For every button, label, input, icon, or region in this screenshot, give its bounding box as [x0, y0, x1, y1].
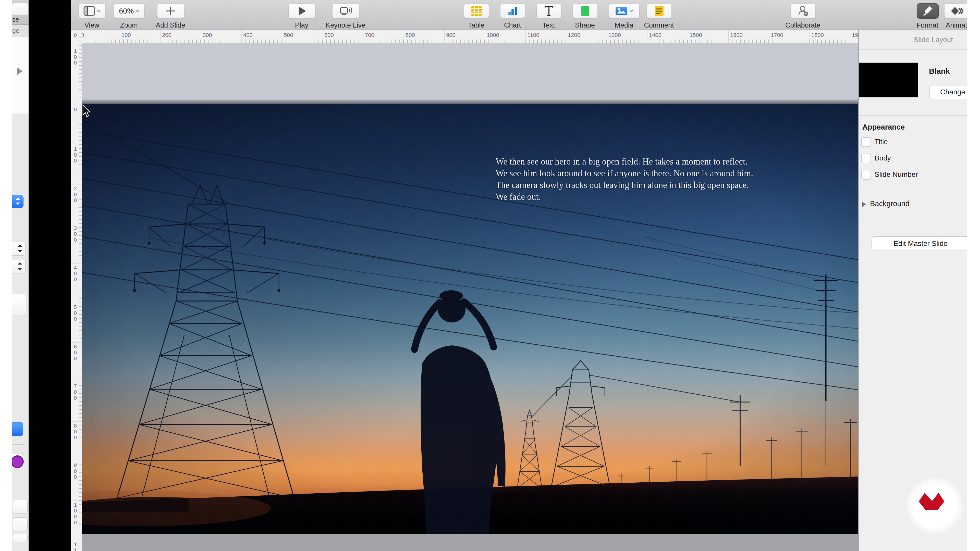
ruler-label: 200 — [162, 32, 172, 38]
desktop-gap — [29, 0, 71, 551]
text-icon — [543, 5, 555, 17]
animate-diamond-icon — [951, 6, 963, 16]
format-button[interactable] — [917, 3, 939, 19]
script-line: We see him look around to see if anyone … — [496, 168, 840, 179]
current-slide[interactable]: We then see our hero in a big open field… — [82, 104, 858, 534]
collaborate-button[interactable] — [791, 3, 816, 19]
ruler-label: 1700 — [771, 32, 783, 38]
red-chevron-logo-icon — [905, 476, 964, 535]
fragment-button[interactable] — [13, 517, 27, 531]
chevron-up-icon — [18, 262, 22, 265]
screen-edge-right — [967, 0, 980, 551]
zoom-dropdown[interactable]: 60% — [114, 3, 145, 19]
ruler-line — [647, 30, 648, 43]
fragment-stepper-selected[interactable] — [10, 195, 24, 208]
ruler-label: 0 — [73, 32, 78, 38]
purple-color-swatch — [11, 455, 24, 468]
ruler-line — [444, 30, 445, 43]
body-checkbox[interactable] — [861, 154, 871, 163]
table-button[interactable] — [464, 3, 489, 19]
background-disclosure-icon[interactable] — [862, 202, 866, 207]
slide-number-checkbox[interactable] — [861, 170, 871, 179]
chart-icon — [507, 6, 519, 16]
fragment-stepper[interactable] — [11, 260, 25, 273]
ruler-label: 800 — [73, 423, 78, 440]
slide-script-textbox[interactable]: We then see our hero in a big open field… — [496, 156, 840, 203]
ruler-label: 1100 — [73, 541, 78, 551]
ruler-line — [160, 30, 161, 43]
edit-master-slide-button[interactable]: Edit Master Slide — [872, 236, 969, 251]
collaborate-icon — [797, 5, 809, 17]
ruler-line — [566, 30, 566, 43]
edit-master-label: Edit Master Slide — [894, 240, 948, 248]
vertical-ruler-ticks — [79, 30, 82, 551]
ruler-label: 100 — [73, 48, 78, 65]
script-line: The camera slowly tracks out leaving him… — [496, 179, 840, 191]
slide-layout-thumbnail[interactable] — [859, 62, 918, 97]
plus-icon — [165, 5, 177, 17]
ruler-line — [810, 30, 810, 43]
zoom-value: 60% — [119, 7, 134, 15]
ruler-label: 1000 — [73, 502, 78, 525]
chart-button[interactable] — [500, 3, 525, 19]
ruler-label: 1100 — [527, 32, 539, 38]
fragment-toolbar-button[interactable] — [12, 3, 29, 15]
fragment-stepper[interactable] — [11, 242, 25, 256]
format-label: Format — [916, 21, 939, 29]
text-button[interactable] — [536, 3, 562, 19]
fragment-button[interactable] — [13, 500, 27, 514]
play-label: Play — [295, 21, 309, 29]
play-icon — [296, 5, 307, 17]
ruler-label: 900 — [73, 462, 78, 480]
ruler-label: 1300 — [608, 32, 621, 38]
ruler-label: 300 — [73, 225, 78, 243]
fragment-button[interactable] — [13, 534, 27, 542]
color-well[interactable] — [10, 454, 24, 468]
keynote-live-label: Keynote Live — [326, 21, 366, 29]
view-label: View — [84, 21, 99, 29]
comment-button[interactable] — [647, 3, 672, 19]
view-layout-icon — [83, 6, 95, 16]
mouse-cursor — [82, 104, 92, 118]
ruler-line — [201, 30, 201, 43]
collaborate-label: Collaborate — [785, 21, 821, 29]
view-button[interactable] — [79, 3, 106, 19]
ruler-line — [769, 30, 769, 43]
add-slide-label: Add Slide — [156, 21, 185, 29]
divider — [12, 475, 24, 475]
slide-canvas[interactable]: We then see our hero in a big open field… — [82, 43, 858, 551]
ruler-label: 100 — [121, 32, 131, 38]
ruler-line — [323, 30, 323, 43]
keynote-live-button[interactable] — [332, 3, 360, 19]
zoom-label: Zoom — [120, 21, 138, 29]
ruler-label: 1800 — [811, 32, 824, 38]
disclosure-triangle-icon[interactable] — [18, 68, 22, 75]
fragment-toolbar-label: se — [12, 16, 19, 23]
chevron-down-icon — [18, 250, 22, 252]
script-line: We then see our hero in a big open field… — [496, 156, 840, 168]
ruler-line — [71, 500, 82, 501]
shape-button[interactable] — [573, 3, 598, 19]
shape-label: Shape — [575, 21, 595, 29]
play-button[interactable] — [288, 3, 315, 19]
previous-slide-edge[interactable] — [82, 43, 858, 100]
add-slide-button[interactable] — [157, 3, 184, 19]
background-label[interactable]: Background — [870, 200, 910, 208]
ruler-line — [71, 263, 82, 264]
horizontal-ruler-ticks — [82, 40, 858, 43]
chart-label: Chart — [504, 21, 521, 29]
inspector-title: Slide Layout — [914, 36, 953, 44]
ruler-label: 200 — [73, 186, 78, 203]
media-button[interactable] — [609, 3, 640, 19]
ruler-label: 0 — [82, 32, 84, 38]
ruler-label: 600 — [325, 32, 334, 38]
divider — [859, 266, 980, 266]
animate-button[interactable] — [944, 3, 970, 19]
fragment-field[interactable] — [11, 294, 26, 316]
title-checkbox[interactable] — [861, 137, 871, 147]
channel-logo-watermark — [905, 476, 964, 535]
ruler-line — [71, 224, 82, 224]
table-label: Table — [468, 21, 485, 29]
ruler-line — [71, 303, 82, 303]
layout-name: Blank — [929, 67, 950, 76]
